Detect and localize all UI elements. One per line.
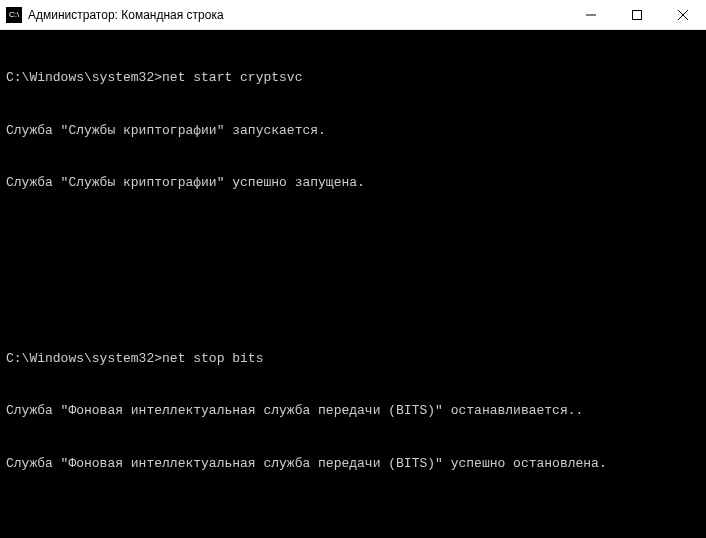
- cmd-icon-label: C:\: [9, 10, 19, 19]
- maximize-button[interactable]: [614, 0, 660, 29]
- command-line: C:\Windows\system32>net stop bits: [6, 350, 700, 368]
- minimize-button[interactable]: [568, 0, 614, 29]
- blank-line: [6, 508, 700, 526]
- output-line: Служба "Службы криптографии" запускается…: [6, 122, 700, 140]
- command-line: C:\Windows\system32>net start cryptsvc: [6, 69, 700, 87]
- blank-line: [6, 280, 700, 298]
- prompt: C:\Windows\system32>: [6, 351, 162, 366]
- output-line: Служба "Службы криптографии" успешно зап…: [6, 174, 700, 192]
- command-text: net start cryptsvc: [162, 70, 302, 85]
- window-controls: [568, 0, 706, 29]
- blank-line: [6, 227, 700, 245]
- command-prompt-window: C:\ Администратор: Командная строка C:\W…: [0, 0, 706, 538]
- command-text: net stop bits: [162, 351, 263, 366]
- output-line: Служба "Фоновая интеллектуальная служба …: [6, 402, 700, 420]
- window-title: Администратор: Командная строка: [28, 8, 568, 22]
- output-line: Служба "Фоновая интеллектуальная служба …: [6, 455, 700, 473]
- close-button[interactable]: [660, 0, 706, 29]
- titlebar[interactable]: C:\ Администратор: Командная строка: [0, 0, 706, 30]
- terminal-output[interactable]: C:\Windows\system32>net start cryptsvc С…: [0, 30, 706, 538]
- cmd-icon: C:\: [6, 7, 22, 23]
- svg-rect-1: [633, 10, 642, 19]
- prompt: C:\Windows\system32>: [6, 70, 162, 85]
